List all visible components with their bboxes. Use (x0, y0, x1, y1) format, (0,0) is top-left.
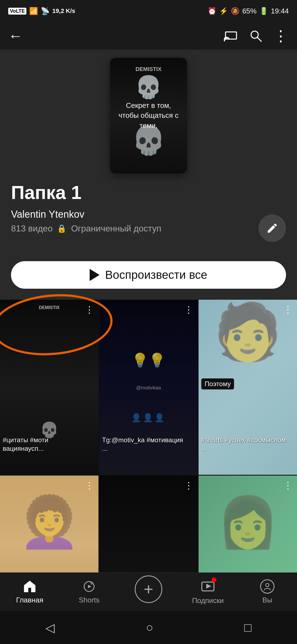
shorts-label: Shorts (79, 596, 99, 604)
home-icon (23, 579, 37, 594)
grim-reaper-decoration: 💀 (131, 124, 166, 157)
card2-lights: 💡💡 (131, 352, 166, 368)
card1-caption: #цитаты #моти вациянаусп... (3, 436, 90, 453)
add-button[interactable]: + (135, 575, 162, 603)
nav-item-home[interactable]: Главная (13, 579, 46, 604)
lock-icon: 🔒 (57, 224, 67, 233)
subscriptions-label: Подписки (192, 596, 224, 605)
nav-item-shorts[interactable]: Shorts (73, 579, 106, 604)
card5-more-button[interactable]: ⋮ (184, 480, 193, 491)
card2-silhouette: 👤👤👤 (131, 413, 166, 422)
status-right: ⏰ ⚡ 🔕 65% 🔋 19:44 (208, 7, 289, 15)
video-card-3[interactable]: 🧑 Поэтому #shorts #успех #сосмыслом ... … (199, 300, 297, 475)
home-system-button[interactable]: ○ (146, 621, 153, 634)
nav-icons-right: ⋮ (224, 29, 289, 42)
card3-person: 🧑 (213, 300, 282, 364)
card4-more-button[interactable]: ⋮ (85, 480, 94, 491)
svg-point-1 (224, 40, 225, 41)
channel-name-label: DEMISTIX (136, 66, 161, 72)
card1-more-button[interactable]: ⋮ (85, 304, 94, 315)
more-button[interactable]: ⋮ (273, 32, 289, 40)
battery-level: 65% (242, 7, 257, 15)
top-nav: ← ⋮ (0, 22, 297, 50)
volte-badge: VoLTE (8, 8, 26, 15)
add-icon: + (144, 581, 153, 597)
card6-more-button[interactable]: ⋮ (283, 480, 293, 491)
notification-dot (211, 577, 216, 582)
cast-button[interactable] (224, 30, 238, 41)
shorts-icon (82, 579, 96, 594)
clock: 19:44 (271, 7, 289, 15)
playlist-author: Valentin Ytenkov (11, 209, 286, 220)
status-bar: VoLTE 📶 📡 19,2 K/s ⏰ ⚡ 🔕 65% 🔋 19:44 (0, 0, 297, 22)
svg-marker-6 (206, 584, 211, 589)
nav-item-add[interactable]: + (132, 575, 165, 608)
pencil-icon (266, 222, 278, 234)
alarm-icon: ⏰ (208, 7, 216, 15)
card3-caption: #shorts #успех #сосмыслом ... (201, 436, 289, 453)
shorts-icon-svg (83, 580, 95, 593)
privacy-label: Ограниченный доступ (71, 223, 161, 234)
status-left: VoLTE 📶 📡 19,2 K/s (8, 7, 75, 15)
back-button[interactable]: ← (8, 28, 23, 44)
skull-decoration: 💀 (135, 74, 162, 100)
card6-person: 👩 (217, 493, 279, 552)
you-icon (260, 579, 274, 594)
search-icon (249, 29, 262, 42)
play-icon (90, 269, 100, 281)
recent-system-button[interactable]: □ (244, 621, 252, 634)
card2-caption: Tg:@motiv_ka #мотивация ... (102, 436, 189, 453)
play-all-section: Воспроизвести все (0, 245, 297, 300)
system-nav: ◁ ○ □ (0, 611, 297, 644)
therefore-badge: Поэтому (201, 378, 234, 389)
play-all-button[interactable]: Воспроизвести все (11, 261, 286, 289)
cast-icon (224, 30, 238, 41)
wifi-icon: 📡 (41, 7, 50, 15)
you-label: Вы (262, 596, 272, 604)
battery-icon: 🔋 (259, 7, 268, 15)
nav-item-you[interactable]: Вы (251, 579, 284, 604)
playlist-thumbnail[interactable]: DEMISTIX 💀 Секрет в том, чтобы общаться … (110, 58, 187, 173)
search-button[interactable] (249, 29, 262, 42)
data-speed: 19,2 K/s (52, 7, 75, 15)
playlist-info: Папка 1 Valentin Ytenkov 813 видео 🔒 Огр… (0, 173, 297, 234)
card2-more-button[interactable]: ⋮ (184, 304, 193, 315)
home-label: Главная (16, 596, 43, 604)
playlist-title: Папка 1 (11, 182, 286, 203)
mute-icon: 🔕 (231, 7, 240, 15)
svg-point-7 (266, 583, 269, 587)
play-all-label: Воспроизвести все (105, 268, 207, 282)
card1-channel: DEMISTIX (39, 305, 60, 310)
playlist-header: DEMISTIX 💀 Секрет в том, чтобы общаться … (0, 50, 297, 245)
back-system-button[interactable]: ◁ (45, 621, 55, 635)
subscriptions-icon-wrap (201, 579, 215, 594)
person-icon-svg (263, 582, 271, 591)
video-count: 813 видео (11, 223, 53, 234)
signal-icon: 📶 (29, 7, 38, 15)
card3-more-button[interactable]: ⋮ (283, 304, 293, 315)
card4-person: 👩‍🦱 (18, 493, 80, 552)
bottom-nav: Главная Shorts + Подписки (0, 572, 297, 611)
playlist-meta: 813 видео 🔒 Ограниченный доступ (11, 223, 286, 234)
nav-item-subscriptions[interactable]: Подписки (191, 579, 224, 605)
card2-watermark: @motivkaa (136, 385, 161, 391)
edit-playlist-button[interactable] (258, 214, 286, 242)
video-card-1[interactable]: 💀 DEMISTIX #цитаты #моти вациянаусп... ⋮ (0, 300, 98, 475)
bluetooth-icon: ⚡ (219, 7, 228, 15)
video-card-2[interactable]: 💡💡 👤👤👤 @motivkaa Tg:@motiv_ka #мотивация… (99, 300, 198, 475)
svg-line-3 (257, 37, 261, 41)
svg-marker-4 (88, 585, 91, 588)
